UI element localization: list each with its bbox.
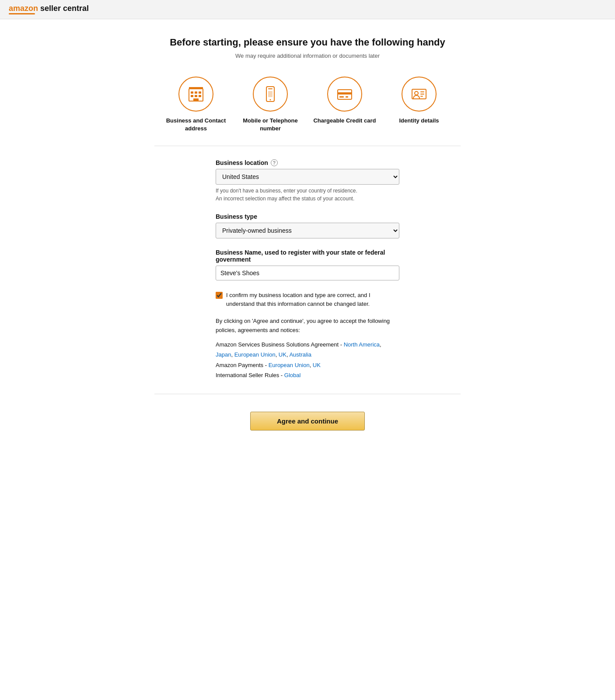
- icons-row: Business and Contact address Mobile or T…: [154, 77, 461, 133]
- icon-item-mobile: Mobile or Telephone number: [238, 77, 303, 133]
- confirm-checkbox-row: I confirm my business location and type …: [216, 291, 399, 308]
- policy-link-european-union-2[interactable]: European Union: [269, 362, 310, 368]
- policy-link-uk-1[interactable]: UK: [279, 351, 287, 358]
- confirm-checkbox-label: I confirm my business location and type …: [226, 291, 399, 308]
- building-icon-circle: [178, 77, 213, 112]
- business-location-group: Business location ? United States United…: [216, 159, 399, 203]
- business-name-label: Business Name, used to register with you…: [216, 249, 399, 263]
- logo-amazon: amazon: [9, 4, 38, 13]
- svg-rect-3: [199, 91, 201, 94]
- svg-rect-20: [420, 94, 424, 94]
- divider-bottom: [154, 394, 461, 394]
- policy-item-0: Amazon Services Business Solutions Agree…: [216, 340, 399, 360]
- agree-continue-button[interactable]: Agree and continue: [250, 412, 365, 430]
- policy-item-1: Amazon Payments - European Union, UK: [216, 360, 399, 370]
- business-location-hint: If you don't have a business, enter your…: [216, 187, 399, 203]
- business-location-label: Business location ?: [216, 159, 399, 166]
- intro-subtext: We may require additional information or…: [154, 52, 461, 59]
- main-content: Before starting, please ensure you have …: [146, 19, 469, 457]
- credit-card-icon-circle: [327, 77, 362, 112]
- logo-underline: [9, 13, 35, 14]
- form-section: Business location ? United States United…: [216, 159, 399, 380]
- icon-item-credit-card: Chargeable Credit card: [312, 77, 377, 133]
- svg-rect-10: [268, 88, 273, 89]
- policy-link-european-union-1[interactable]: European Union: [234, 351, 276, 358]
- identity-icon: [410, 85, 428, 103]
- intro-section: Before starting, please ensure you have …: [154, 37, 461, 59]
- business-type-label: Business type: [216, 213, 399, 220]
- policy-link-north-america[interactable]: North America: [344, 341, 380, 348]
- building-icon: [187, 85, 205, 103]
- business-name-group: Business Name, used to register with you…: [216, 249, 399, 280]
- icon-item-business-address: Business and Contact address: [163, 77, 229, 133]
- svg-rect-5: [195, 95, 197, 97]
- policy-links: Amazon Services Business Solutions Agree…: [216, 340, 399, 381]
- business-location-help-icon[interactable]: ?: [271, 159, 278, 166]
- business-type-select[interactable]: Privately-owned business State-owned bus…: [216, 223, 399, 238]
- page-header: amazon seller central: [0, 0, 615, 19]
- policy-link-global[interactable]: Global: [284, 372, 301, 378]
- policy-link-japan[interactable]: Japan: [216, 351, 231, 358]
- svg-rect-12: [268, 91, 273, 97]
- business-type-group: Business type Privately-owned business S…: [216, 213, 399, 238]
- business-name-input[interactable]: [216, 266, 399, 280]
- cta-section: Agree and continue: [154, 412, 461, 430]
- svg-rect-2: [195, 91, 197, 94]
- svg-rect-4: [191, 95, 193, 97]
- policy-intro-text: By clicking on 'Agree and continue', you…: [216, 317, 399, 335]
- divider-top: [154, 146, 461, 146]
- svg-rect-7: [193, 98, 199, 101]
- policy-link-australia[interactable]: Australia: [289, 351, 311, 358]
- icon-label-credit-card: Chargeable Credit card: [313, 117, 376, 125]
- svg-point-11: [270, 99, 271, 101]
- svg-rect-21: [420, 96, 423, 97]
- identity-icon-circle: [402, 77, 437, 112]
- icon-label-mobile: Mobile or Telephone number: [238, 117, 303, 133]
- confirm-checkbox[interactable]: [216, 292, 223, 299]
- svg-rect-1: [191, 91, 193, 94]
- intro-heading: Before starting, please ensure you have …: [154, 37, 461, 48]
- svg-rect-15: [339, 96, 344, 98]
- logo-text: amazon seller central: [9, 4, 89, 12]
- svg-rect-14: [338, 92, 352, 94]
- svg-rect-19: [420, 91, 424, 92]
- policy-link-uk-2[interactable]: UK: [313, 362, 321, 368]
- credit-card-icon: [336, 85, 353, 103]
- svg-rect-16: [346, 96, 348, 98]
- icon-item-identity: Identity details: [386, 77, 452, 133]
- svg-rect-6: [199, 95, 201, 97]
- mobile-icon: [262, 85, 279, 103]
- svg-rect-8: [189, 87, 203, 89]
- icon-label-identity: Identity details: [399, 117, 439, 125]
- policy-item-2: International Seller Rules - Global: [216, 370, 399, 380]
- svg-point-18: [415, 91, 418, 95]
- logo: amazon seller central: [9, 4, 89, 14]
- icon-label-business-address: Business and Contact address: [163, 117, 229, 133]
- business-location-select[interactable]: United States United Kingdom Canada Germ…: [216, 169, 399, 185]
- mobile-icon-circle: [253, 77, 288, 112]
